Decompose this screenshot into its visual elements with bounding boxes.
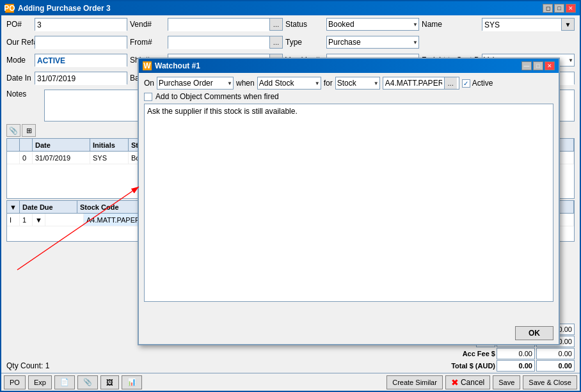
td-date: 31/07/2019 xyxy=(33,152,90,164)
cancel-icon: ✖ xyxy=(451,377,459,388)
attach-bottom-btn[interactable]: 📎 xyxy=(77,375,98,389)
mode-input[interactable] xyxy=(35,54,127,67)
total-value2: 0.00 xyxy=(536,360,575,372)
accfee-value2: 0.00 xyxy=(536,348,575,359)
datein-input[interactable] xyxy=(35,72,127,85)
bottom-toolbar: PO Exp 📄 📎 🖼 📊 Create Similar ✖ Cancel S… xyxy=(1,373,580,391)
th-date: Date xyxy=(33,139,90,151)
expenses-btn[interactable]: Exp xyxy=(28,375,52,389)
form-row1: PO# Vend# … Status Booked ▼ Name ▼ xyxy=(1,15,580,33)
from-label: From# xyxy=(130,38,165,47)
datein-input-group[interactable] xyxy=(35,72,127,84)
dialog-body: On Purchase Order ▼ when Add Stock ▼ for… xyxy=(139,73,559,308)
dialog-title-bar: W Watchout #1 — □ ✕ xyxy=(139,59,559,73)
vend-input-group[interactable]: … xyxy=(168,18,283,31)
for-select[interactable]: Stock xyxy=(335,77,380,90)
from-browse-btn[interactable]: … xyxy=(269,36,282,48)
qty-count: Qty Count: 1 xyxy=(6,361,49,370)
restore-button[interactable]: ◻ xyxy=(543,4,553,13)
when-select-wrap[interactable]: Add Stock ▼ xyxy=(257,77,321,90)
img-icon-btn[interactable]: 🖼 xyxy=(100,375,119,389)
create-similar-button[interactable]: Create Similar xyxy=(386,375,443,389)
on-label: On xyxy=(144,79,154,88)
save-button[interactable]: Save xyxy=(493,375,520,389)
when-label: when xyxy=(236,79,255,88)
dialog-close-btn[interactable]: ✕ xyxy=(545,61,555,70)
main-window-icon: PO xyxy=(5,4,14,13)
type-select-wrap[interactable]: Purchase ▼ xyxy=(326,36,419,49)
td-num: 0 xyxy=(20,152,33,164)
attach-icon-btn[interactable]: 📎 xyxy=(6,124,20,137)
accfee-label: Acc Fee $ xyxy=(438,350,495,357)
dialog-footer: OK xyxy=(515,326,553,340)
active-checkbox[interactable]: ✓ xyxy=(462,79,470,88)
status-select[interactable]: Booked xyxy=(326,18,419,31)
add-to-comments-label: Add to Object Comments when fired xyxy=(155,92,279,101)
ourref-input-group[interactable] xyxy=(35,36,127,49)
po-input[interactable] xyxy=(35,19,127,31)
stock-code-browse-btn[interactable]: … xyxy=(444,77,457,89)
line-num: 1 xyxy=(20,214,33,226)
status-select-wrap[interactable]: Booked ▼ xyxy=(326,18,419,31)
name-label: Name xyxy=(422,20,479,29)
dialog-title-left: W Watchout #1 xyxy=(143,61,200,70)
main-title-bar: PO Adding Purchase Order 3 ◻ □ ✕ xyxy=(1,1,580,15)
vend-input[interactable] xyxy=(168,19,269,31)
vend-label: Vend# xyxy=(130,20,165,29)
close-button[interactable]: ✕ xyxy=(566,4,576,13)
main-window-title: Adding Purchase Order 3 xyxy=(18,4,111,13)
td-icon xyxy=(7,152,20,164)
active-label: Active xyxy=(472,79,493,88)
stock-code-input-group[interactable]: … xyxy=(383,77,459,90)
type-select[interactable]: Purchase xyxy=(326,36,419,49)
cancel-label: Cancel xyxy=(461,378,484,387)
watchout-dialog: W Watchout #1 — □ ✕ On Purchase Order ▼ … xyxy=(138,58,560,345)
cancel-button[interactable]: ✖ Cancel xyxy=(445,375,490,389)
dialog-minimize-btn[interactable]: — xyxy=(521,61,532,70)
total-value: 0.00 xyxy=(497,360,535,372)
total-label: Total $ (AUD) xyxy=(438,362,495,370)
status-label: Status xyxy=(285,20,324,29)
save-close-button[interactable]: Save & Close xyxy=(523,375,577,389)
rep-icon-btn[interactable]: 📊 xyxy=(122,375,142,389)
po-icon-btn[interactable]: PO xyxy=(4,375,26,389)
dialog-icon: W xyxy=(143,61,152,70)
on-select[interactable]: Purchase Order xyxy=(157,77,234,90)
add-to-comments-checkbox[interactable] xyxy=(144,93,152,101)
th-icon xyxy=(7,139,20,151)
th-num xyxy=(20,139,33,151)
lh-datedue: Date Due xyxy=(20,201,77,213)
on-select-wrap[interactable]: Purchase Order ▼ xyxy=(157,77,234,90)
title-bar-controls: ◻ □ ✕ xyxy=(543,4,576,13)
maximize-button[interactable]: □ xyxy=(554,4,564,13)
dialog-controls: — □ ✕ xyxy=(521,61,555,70)
name-input-group[interactable]: ▼ xyxy=(482,18,575,31)
doc-icon-btn[interactable]: 📄 xyxy=(54,375,75,389)
po-label: PO# xyxy=(6,20,32,29)
dialog-maximize-btn[interactable]: □ xyxy=(533,61,543,70)
name-input[interactable] xyxy=(482,19,561,31)
when-select[interactable]: Add Stock xyxy=(257,77,321,90)
ourref-input[interactable] xyxy=(35,36,127,49)
line-expand-arrow: ▼ xyxy=(33,214,45,226)
stock-code-input[interactable] xyxy=(383,79,444,88)
from-input[interactable] xyxy=(168,36,269,49)
total-row: Total $ (AUD) 0.00 0.00 xyxy=(417,360,575,372)
for-select-wrap[interactable]: Stock ▼ xyxy=(335,77,380,90)
ok-button[interactable]: OK xyxy=(515,326,553,340)
add-to-comments-row: Add to Object Comments when fired xyxy=(144,92,553,101)
dialog-title: Watchout #1 xyxy=(155,61,200,70)
on-row: On Purchase Order ▼ when Add Stock ▼ for… xyxy=(144,77,553,90)
mode-input-group[interactable] xyxy=(35,54,127,67)
name-browse-btn[interactable]: ▼ xyxy=(561,19,574,30)
datein-label: Date In xyxy=(6,74,32,82)
grid-icon-btn[interactable]: ⊞ xyxy=(22,124,36,137)
line-indicator: I xyxy=(7,214,20,226)
watchout-textarea[interactable]: Ask the supplier if this stock is still … xyxy=(144,104,553,302)
active-check-group[interactable]: ✓ Active xyxy=(462,79,493,88)
vend-browse-btn[interactable]: … xyxy=(269,19,282,30)
po-input-group xyxy=(35,18,127,31)
from-input-group[interactable]: … xyxy=(168,36,283,49)
accfee-row: Acc Fee $ 0.00 0.00 xyxy=(417,348,575,359)
lh-arrow: ▼ xyxy=(7,201,20,213)
